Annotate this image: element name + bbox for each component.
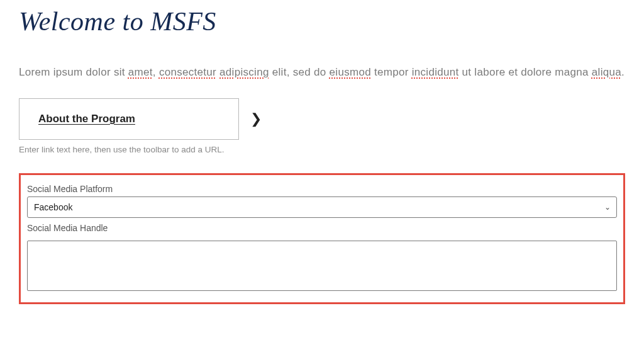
body-text-fragment: elit, sed do <box>269 66 330 78</box>
body-text-fragment: tempor <box>371 66 412 78</box>
spellcheck-word: consectetur <box>159 66 216 78</box>
spellcheck-word: amet <box>128 66 153 78</box>
spellcheck-word: aliqua <box>592 66 621 78</box>
body-text-fragment: Lorem ipsum dolor sit <box>19 66 128 78</box>
social-media-form: Social Media Platform Facebook ⌄ Social … <box>19 173 625 304</box>
body-text-fragment: ut labore et dolore magna <box>459 66 592 78</box>
body-text-fragment: , <box>153 66 159 78</box>
spellcheck-word: eiusmod <box>330 66 371 78</box>
platform-select[interactable]: Facebook <box>27 196 617 218</box>
page-title: Welcome to MSFS <box>19 6 625 37</box>
spellcheck-word: incididunt <box>412 66 459 78</box>
spellcheck-word: adipiscing <box>219 66 269 78</box>
body-paragraph[interactable]: Lorem ipsum dolor sit amet, consectetur … <box>19 62 625 83</box>
handle-input[interactable] <box>27 241 617 291</box>
platform-select-wrap: Facebook ⌄ <box>27 196 617 218</box>
link-helper-text: Enter link text here, then use the toolb… <box>19 145 625 154</box>
handle-field-label: Social Media Handle <box>27 223 617 233</box>
platform-field-label: Social Media Platform <box>27 184 617 194</box>
about-program-label: About the Program <box>38 113 135 125</box>
cta-row: About the Program ❯ <box>19 98 625 140</box>
body-text-fragment: . <box>621 66 625 78</box>
about-program-button[interactable]: About the Program <box>19 98 239 140</box>
chevron-right-icon: ❯ <box>250 111 262 127</box>
